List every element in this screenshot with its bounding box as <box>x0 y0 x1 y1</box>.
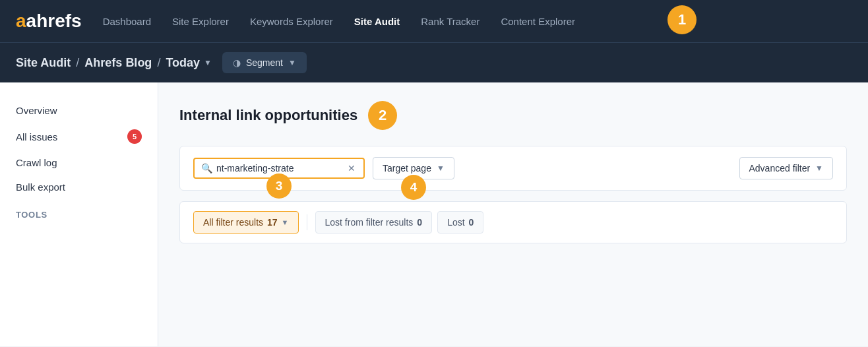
tab-lost[interactable]: Lost 0 <box>437 211 483 234</box>
sidebar: Overview All issues 5 Crawl log Bulk exp… <box>0 82 158 346</box>
sidebar-item-bulk-export[interactable]: Bulk export <box>0 175 158 199</box>
search-box[interactable]: 🔍 nt-marketing-strate ✕ 3 <box>193 158 365 179</box>
tab3-count: 0 <box>469 217 474 228</box>
page-title: Internal link opportunities <box>179 107 357 124</box>
search-clear-button[interactable]: ✕ <box>346 163 357 174</box>
search-input-value: nt-marketing-strate <box>216 163 342 174</box>
target-page-arrow-icon: ▼ <box>437 164 445 173</box>
target-page-button[interactable]: Target page ▼ 4 <box>373 157 454 179</box>
nav-content-explorer[interactable]: Content Explorer <box>501 16 575 27</box>
sidebar-item-all-issues[interactable]: All issues 5 <box>0 123 158 150</box>
step-badge-4: 4 <box>401 175 426 200</box>
all-issues-badge: 5 <box>127 129 142 144</box>
breadcrumb: Site Audit / Ahrefs Blog / Today ▼ <box>16 56 212 70</box>
tab1-arrow-icon: ▼ <box>282 218 289 226</box>
segment-button[interactable]: ◑ Segment ▼ <box>222 52 307 73</box>
results-tabs-row: All filter results 17 ▼ Lost from filter… <box>179 201 847 243</box>
tab2-count: 0 <box>417 217 422 228</box>
sidebar-tools-heading: Tools <box>0 199 158 225</box>
tab-all-filter-results[interactable]: All filter results 17 ▼ <box>193 211 299 234</box>
main-content: Overview All issues 5 Crawl log Bulk exp… <box>0 82 868 346</box>
page-header: Internal link opportunities 2 <box>179 101 847 130</box>
nav-rank-tracker[interactable]: Rank Tracker <box>421 16 480 27</box>
breadcrumb-bar: Site Audit / Ahrefs Blog / Today ▼ ◑ Seg… <box>0 42 868 82</box>
logo-text: aahrefs <box>16 11 82 32</box>
tab-divider <box>307 214 307 230</box>
nav-links: Dashboard Site Explorer Keywords Explore… <box>103 16 852 27</box>
logo[interactable]: aahrefs <box>16 11 82 32</box>
breadcrumb-sep-1: / <box>76 56 79 70</box>
breadcrumb-ahrefs-blog[interactable]: Ahrefs Blog <box>84 56 152 70</box>
tab-lost-from-filter[interactable]: Lost from filter results 0 <box>315 211 433 234</box>
step-badge-3: 3 <box>266 174 292 199</box>
chevron-down-icon: ▼ <box>204 58 212 67</box>
segment-icon: ◑ <box>233 57 241 68</box>
nav-site-audit[interactable]: Site Audit <box>354 16 400 27</box>
breadcrumb-today[interactable]: Today ▼ <box>166 56 212 70</box>
nav-dashboard[interactable]: Dashboard <box>103 16 151 27</box>
page-content: Internal link opportunities 2 🔍 nt-marke… <box>158 82 868 346</box>
sidebar-item-crawl-log[interactable]: Crawl log <box>0 150 158 175</box>
step-badge-2: 2 <box>368 101 397 130</box>
advanced-filter-arrow-icon: ▼ <box>815 164 823 173</box>
filter-row: 🔍 nt-marketing-strate ✕ 3 Target page ▼ … <box>179 146 847 191</box>
nav-step-badge-1: 1 <box>667 5 697 34</box>
segment-arrow-icon: ▼ <box>288 58 296 67</box>
tab1-count: 17 <box>267 217 278 228</box>
advanced-filter-button[interactable]: Advanced filter ▼ <box>739 157 834 179</box>
nav-site-explorer[interactable]: Site Explorer <box>172 16 229 27</box>
breadcrumb-sep-2: / <box>157 56 160 70</box>
search-icon: 🔍 <box>201 163 212 174</box>
breadcrumb-site-audit[interactable]: Site Audit <box>16 56 71 70</box>
sidebar-item-overview[interactable]: Overview <box>0 98 158 123</box>
nav-keywords-explorer[interactable]: Keywords Explorer <box>250 16 333 27</box>
top-navigation: aahrefs Dashboard Site Explorer Keywords… <box>0 0 868 42</box>
